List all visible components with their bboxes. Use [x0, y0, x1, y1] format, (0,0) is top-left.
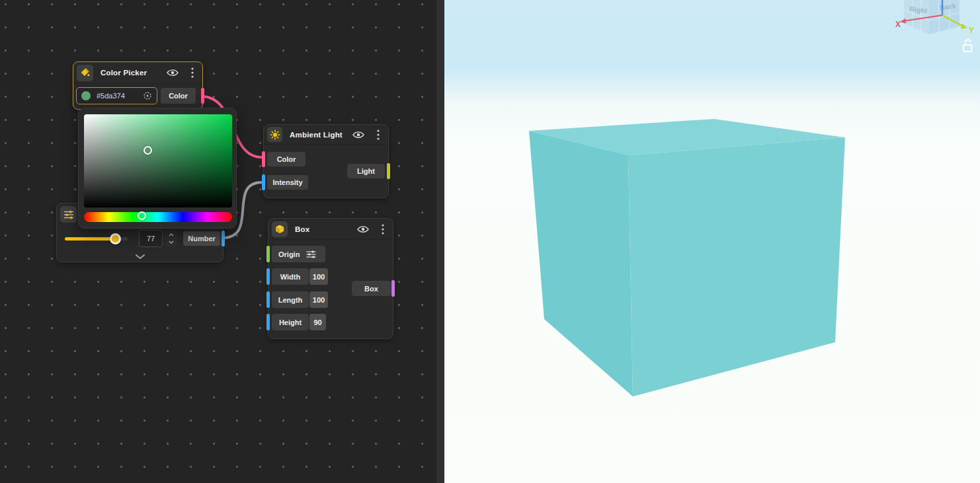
color-picker-node[interactable]: Color Picker #5da374 Color [73, 61, 203, 110]
app-window: 77 Number [0, 0, 980, 483]
collapse-chevron-icon[interactable] [135, 254, 145, 260]
y-axis-label: Y [969, 26, 974, 35]
intensity-input-port[interactable] [262, 174, 265, 190]
number-output-port[interactable] [222, 231, 225, 246]
box-node[interactable]: Box Origin [268, 218, 393, 339]
node-editor-canvas[interactable]: 77 Number [0, 0, 436, 483]
hex-color-input[interactable]: #5da374 [76, 87, 157, 104]
x-axis-arrowhead [900, 19, 906, 24]
number-value-input[interactable]: 77 [139, 230, 163, 247]
cube-icon [272, 221, 288, 237]
box-right-face [628, 137, 845, 396]
color-output-pill: Color [161, 88, 196, 104]
node-title: Color Picker [101, 69, 147, 77]
color-swatch [81, 91, 91, 100]
origin-settings-icon[interactable] [306, 250, 316, 258]
output-pill-light: Light [347, 164, 385, 178]
scene-layer: Right Back X Y [444, 0, 980, 483]
eyedropper-target-icon[interactable] [143, 91, 152, 100]
input-pill-origin: Origin [272, 246, 325, 262]
box-left-face [529, 131, 633, 396]
kebab-menu-icon[interactable] [382, 224, 384, 235]
color-picker-header: Color Picker [73, 62, 202, 84]
input-pill-height: Height [272, 314, 309, 330]
stepper-chevrons-icon [168, 231, 175, 246]
hue-slider[interactable] [84, 212, 232, 222]
x-axis-label: X [895, 20, 901, 29]
hex-value: #5da374 [97, 92, 143, 100]
kebab-menu-icon[interactable] [377, 130, 380, 140]
light-output-port[interactable] [387, 163, 390, 179]
number-slider-handle[interactable] [110, 233, 121, 244]
output-pill-box: Box [352, 281, 391, 296]
y-axis-arrowhead [961, 24, 967, 29]
number-stepper[interactable] [165, 230, 177, 247]
length-input-port[interactable] [266, 291, 270, 308]
box-output-port[interactable] [391, 280, 395, 297]
sun-icon [267, 127, 282, 142]
sv-selector-ring[interactable] [143, 146, 152, 155]
box-node-header: Box [268, 219, 393, 240]
color-output-port[interactable] [201, 88, 204, 104]
input-pill-intensity: Intensity [267, 175, 308, 190]
input-pill-width: Width [272, 268, 309, 285]
box-mesh [529, 119, 845, 396]
unlock-icon[interactable] [963, 40, 972, 52]
height-value[interactable]: 90 [309, 314, 326, 330]
input-pill-color: Color [267, 152, 306, 167]
origin-label: Origin [278, 250, 300, 258]
ambient-light-header: Ambient Light [264, 125, 388, 145]
height-input-port[interactable] [266, 314, 270, 330]
ambient-light-node[interactable]: Ambient Light Color Intensity Light [263, 124, 389, 198]
input-pill-length: Length [272, 291, 309, 308]
number-slider-fill [65, 237, 112, 241]
color-input-port[interactable] [262, 151, 265, 167]
kebab-menu-icon[interactable] [191, 67, 194, 78]
color-picker-popup [78, 108, 237, 229]
origin-input-port[interactable] [266, 246, 270, 262]
node-title: Box [295, 225, 309, 233]
width-value[interactable]: 100 [309, 268, 328, 285]
sliders-icon [60, 206, 77, 223]
visibility-eye-icon[interactable] [357, 225, 369, 233]
3d-viewport[interactable]: Right Back X Y [444, 0, 980, 483]
paint-bucket-icon [77, 65, 93, 81]
length-value[interactable]: 100 [309, 291, 328, 308]
hue-selector-ring[interactable] [138, 211, 146, 220]
visibility-eye-icon[interactable] [167, 69, 179, 77]
width-input-port[interactable] [266, 268, 270, 285]
visibility-eye-icon[interactable] [352, 131, 364, 139]
saturation-value-area[interactable] [84, 114, 232, 207]
number-slider-track[interactable] [65, 237, 128, 241]
pane-splitter[interactable] [436, 0, 444, 483]
node-title: Ambient Light [290, 131, 343, 139]
number-output-pill: Number [183, 231, 220, 246]
